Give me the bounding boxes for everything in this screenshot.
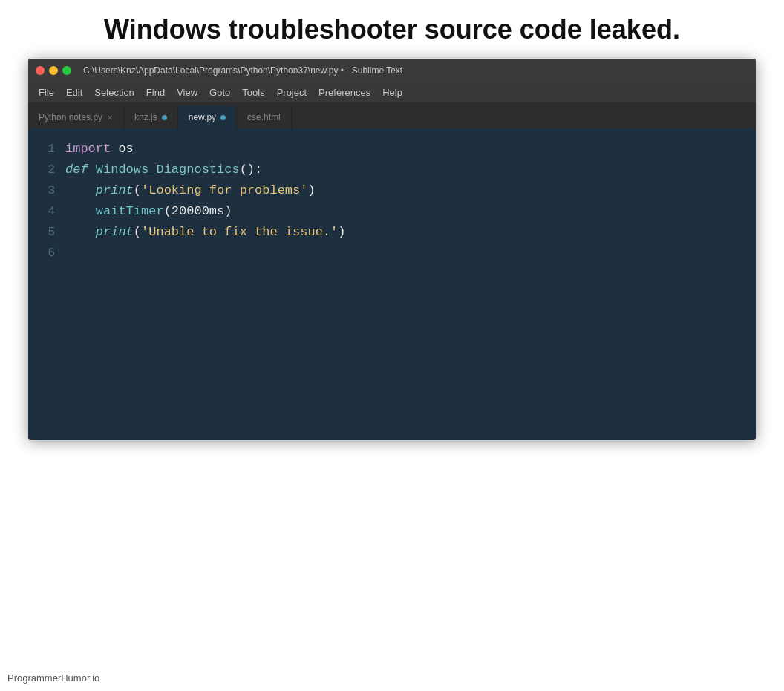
tab-csehtml[interactable]: cse.html [237,106,292,128]
minimize-dot[interactable] [49,66,58,75]
code-line-5: ____ print('Unable to fix the issue.') [65,222,756,243]
line-num-1: 1 [48,139,55,160]
editor-area: 1 2 3 4 5 6 import os def Windows_Diagno… [28,128,756,440]
menu-project[interactable]: Project [271,85,313,99]
paren-open-2: ( [164,201,172,223]
paren-close-3: ) [338,222,345,243]
line-num-3: 3 [48,180,55,201]
tab-modified-dot [162,115,167,120]
tab-modified-dot [220,115,226,120]
menu-find[interactable]: Find [140,85,171,99]
code-line-4: ____ waitTimer(20000ms) [65,201,756,222]
menu-view[interactable]: View [171,85,203,99]
maximize-dot[interactable] [62,66,71,75]
tab-bar: Python notes.py ✕ knz.js new.py cse.html [28,103,756,128]
menu-file[interactable]: File [33,85,60,99]
paren-close-1: ) [307,180,315,202]
tab-label: new.py [189,112,216,122]
tab-label: cse.html [247,112,281,122]
keyword-import: import [65,139,111,160]
line-num-6: 6 [48,243,55,263]
tab-python-notes[interactable]: Python notes.py ✕ [28,106,124,128]
menu-selection[interactable]: Selection [88,85,140,99]
paren-open-1: ( [134,180,141,202]
timer-value: 20000ms [172,201,224,223]
code-line-2: def Windows_Diagnostics(): [65,160,756,180]
menu-bar: File Edit Selection Find View Goto Tools… [28,82,756,103]
page-wrapper: Windows troubleshooter source code leake… [0,0,784,691]
menu-edit[interactable]: Edit [60,85,88,99]
menu-tools[interactable]: Tools [236,85,270,99]
keyword-def: def [65,160,88,181]
menu-preferences[interactable]: Preferences [313,85,376,99]
line-num-2: 2 [48,160,55,180]
menu-help[interactable]: Help [376,85,408,99]
code-line-6 [65,243,756,263]
paren-open-3: ( [134,222,141,243]
paren-close-2: ) [224,201,232,223]
watermark: ProgrammerHumor.io [7,672,99,684]
line-numbers: 1 2 3 4 5 6 [28,136,65,433]
title-bar: C:\Users\Knz\AppData\Local\Programs\Pyth… [28,59,756,82]
code-line-3: ____ print('Looking for problems') [65,180,756,201]
code-line-1: import os [65,139,756,160]
string-unable: 'Unable to fix the issue.' [141,222,338,243]
tab-newpy[interactable]: new.py [178,106,237,128]
string-looking: 'Looking for problems' [141,180,307,202]
menu-goto[interactable]: Goto [203,85,236,99]
code-lines: import os def Windows_Diagnostics(): ___… [65,136,756,433]
window-title: C:\Users\Knz\AppData\Local\Programs\Pyth… [83,65,402,76]
keyword-print-1: print [96,180,134,202]
tab-label: knz.js [134,112,157,122]
close-dot[interactable] [36,66,45,75]
fn-waittimer: waitTimer [96,201,164,223]
tab-knzjs[interactable]: knz.js [124,106,178,128]
meme-title: Windows troubleshooter source code leake… [104,13,680,45]
keyword-print-2: print [96,222,134,243]
colon: : [255,160,262,181]
line-num-4: 4 [48,201,55,222]
parens: () [240,160,255,181]
tab-label: Python notes.py [39,112,102,122]
line-num-5: 5 [48,222,55,243]
module-os: os [118,139,133,160]
function-name: Windows_Diagnostics [96,160,240,181]
tab-close-icon[interactable]: ✕ [107,114,113,122]
editor-window: C:\Users\Knz\AppData\Local\Programs\Pyth… [28,59,756,440]
